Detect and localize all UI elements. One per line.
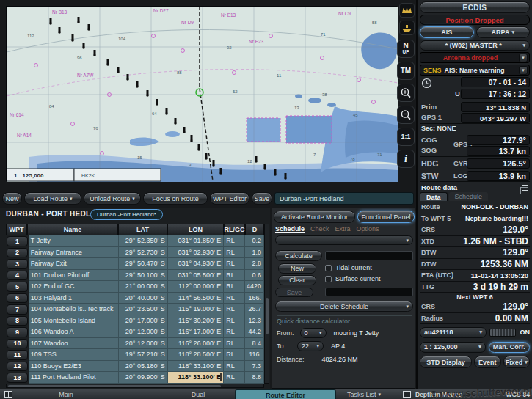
cell-d[interactable]: 26.7 [245,304,264,315]
cell-lat[interactable]: 20° 12.000' S [119,326,168,338]
table-row[interactable]: 12110 Buoys E2/E320° 05.180' S118° 33.10… [6,361,264,373]
calculate-button[interactable]: Calculate [275,250,322,261]
cell-wpt[interactable]: 8 [7,316,28,326]
cell-rlgc[interactable]: RL [224,361,245,373]
tab-dual[interactable]: Dual [169,389,227,399]
cell-d[interactable]: 4420 [245,281,264,293]
cell-wpt[interactable]: 1 [7,236,28,246]
table-row[interactable]: 10107 Wandoo20° 12.000' S116° 26.000' ER… [6,338,264,350]
cell-name[interactable]: 110 Buoys E2/E3 [29,361,119,373]
cell-wpt[interactable]: 2 [7,248,28,258]
cell-lon[interactable]: 115° 30.200' E [168,315,225,327]
scrollbar-thumb[interactable] [8,385,221,387]
save-route-button[interactable]: Save [252,192,272,205]
cell-lat[interactable]: 20° 17.000' S [119,315,168,327]
cell-rlgc[interactable]: RL [224,372,245,384]
table-row[interactable]: 8105 Montebello Island20° 17.000' S115° … [6,315,264,327]
sens-dropdown[interactable]: ▾ [519,66,528,75]
table-row[interactable]: 9106 Wandoo A20° 12.000' S116° 17.000' E… [6,326,264,338]
cell-wpt[interactable]: 4 [7,271,28,281]
table-row[interactable]: 6103 Halyard 120° 40.000' S114° 56.500' … [6,293,264,304]
cell-wpt[interactable]: 13 [7,373,28,383]
tab-route-editor[interactable]: Route Editor [235,389,336,399]
cell-lon[interactable]: 116° 26.000' E [168,338,225,350]
active-route-field[interactable]: Durban -Port Hedland [274,192,414,205]
cell-rlgc[interactable]: RL [224,270,245,282]
cell-rlgc[interactable]: RL [224,247,245,259]
ship-app-icon[interactable] [399,21,415,35]
cell-wpt[interactable]: 5 [7,282,28,292]
table-row[interactable]: 7104 Montebello is.. rec track20° 23.500… [6,304,264,315]
table-row[interactable]: 2Fairway Entrance29° 52.730' S031° 02.93… [6,247,264,259]
window-icon[interactable] [522,185,528,191]
fixed-button[interactable]: Fixed ▾ [503,356,531,368]
cell-lon[interactable]: 118° 33.100' E [168,361,225,373]
event-button[interactable]: Event [474,356,501,368]
cell-name[interactable]: 105 Montebello Island [29,315,119,327]
cell-wpt[interactable]: 3 [7,259,28,269]
cell-lon[interactable]: 118° 33.100' E [168,372,225,384]
cell-wpt[interactable]: 11 [7,350,28,360]
cell-rlgc[interactable]: RL [224,304,245,315]
table-row[interactable]: 4101 Durban Pilot off29° 50.100' S031° 0… [6,270,264,282]
cell-d[interactable]: 0.2 [245,235,264,247]
tab-data[interactable]: Data [420,192,448,201]
functional-panel-button[interactable]: Functional Panel [357,211,415,223]
panel-icon[interactable] [403,391,411,398]
surface-current-checkbox[interactable]: Surface current [325,275,381,282]
cell-lat[interactable]: 20° 09.900' S [119,372,168,384]
cell-lon[interactable]: 114° 56.500' E [168,293,225,304]
cell-lat[interactable]: 29° 50.470' S [119,258,168,270]
cell-rlgc[interactable]: RL [224,315,245,327]
cell-lon[interactable]: 031° 01.850' E [168,235,225,247]
cell-name[interactable]: T Jetty [29,235,119,247]
alarm-row[interactable]: Antenna dropped ▾ [420,52,530,63]
chart-number-select[interactable]: au421118 ▾ [420,327,487,338]
scale-select[interactable]: 1 : 125,000 ▾ [420,342,486,353]
cell-rlgc[interactable]: RL [224,349,245,361]
cell-name[interactable]: 106 Wandoo A [29,326,119,338]
cell-wpt[interactable]: 7 [7,304,28,315]
table-row[interactable]: 1T Jetty29° 52.350' S031° 01.850' ERL0.2 [6,235,264,247]
chart-app-icon[interactable] [399,3,415,18]
unload-route-button[interactable]: Unload Route▾ [84,192,141,205]
zoom-out-button[interactable] [397,106,415,124]
cell-name[interactable]: Fairway Exit [29,258,119,270]
tasks-list-menu[interactable]: Tasks List ▾ [342,389,386,399]
north-up-button[interactable]: N UP [397,40,415,58]
cell-lat[interactable]: 19° 57.210' S [119,349,168,361]
cell-rlgc[interactable]: RL [224,281,245,293]
tab-arpa[interactable]: ARPA ▾ [476,26,531,38]
ecdis-button[interactable]: ECDIS [420,1,530,13]
alarm-dropdown[interactable]: ▾ [519,54,528,62]
cell-name[interactable]: 111 Port Hedland Pilot [29,372,119,384]
cell-lat[interactable]: 29° 52.730' S [119,247,168,259]
cell-lon[interactable]: 031° 05.500' E [168,270,225,282]
clear-schedule-button[interactable]: Clear [278,275,316,285]
cell-lon[interactable]: 118° 28.500' E [168,349,225,361]
cell-rlgc[interactable]: RL [224,338,245,350]
cell-d[interactable]: 116. [245,349,264,361]
cell-wpt[interactable]: 10 [7,339,28,349]
std-display-button[interactable]: STD Display [420,356,472,368]
save-schedule-field[interactable] [325,288,413,296]
table-vertical-scrollbar[interactable] [264,224,269,384]
cell-lat[interactable]: 29° 50.100' S [119,270,168,282]
cell-rlgc[interactable]: RL [224,326,245,338]
cell-d[interactable]: 7.3 [245,361,264,373]
zoom-in-button[interactable] [397,84,415,102]
tab-main[interactable]: Main [22,389,110,399]
delete-schedule-button[interactable]: Delete Schedule ▾ [275,301,413,312]
scrollbar-thumb[interactable] [266,298,269,334]
cell-lat[interactable]: 20° 23.500' S [119,304,168,315]
focus-on-route-button[interactable]: Focus on Route [143,192,208,205]
calculate-field[interactable] [325,251,413,260]
cell-d[interactable]: 44.2 [245,326,264,338]
table-row[interactable]: 3Fairway Exit29° 50.470' S031° 04.930' E… [6,258,264,270]
cell-wpt[interactable]: 9 [7,327,28,337]
cell-rlgc[interactable]: RL [224,235,245,247]
new-route-button[interactable]: New [2,192,22,205]
true-motion-button[interactable]: TM [397,62,415,80]
tab-options[interactable]: Options [357,225,379,234]
cell-lon[interactable]: 115° 19.000' E [168,304,225,315]
